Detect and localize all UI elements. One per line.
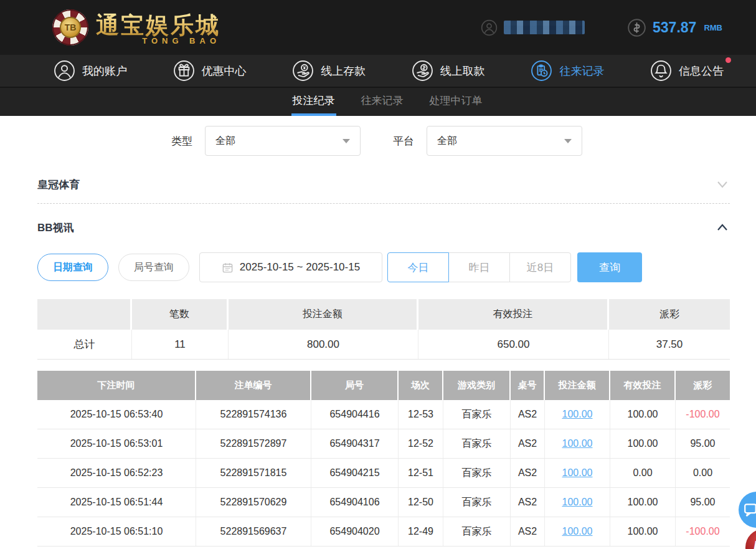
round-no: 654904106	[311, 488, 399, 517]
bet-amount-link[interactable]: 100.00	[562, 438, 593, 449]
deposit-icon	[292, 60, 314, 82]
summary-table: 笔数 投注金额 有效投注 派彩 总计 11 800.00 650.00 37.5…	[37, 299, 730, 360]
round-no: 654904317	[311, 429, 399, 458]
nav-item-records[interactable]: 往来记录	[531, 60, 604, 82]
game-type: 百家乐	[443, 400, 511, 429]
platform-select[interactable]: 全部	[427, 126, 582, 156]
chat-icon	[741, 500, 756, 519]
round-no: 654904416	[311, 400, 399, 429]
nav-item-announcements[interactable]: 信息公告	[650, 60, 724, 82]
bet-amount-link[interactable]: 100.00	[562, 497, 593, 508]
cs-logo-icon: b	[753, 538, 756, 549]
nav-item-promotions[interactable]: 优惠中心	[173, 60, 247, 82]
valid-bet: 100.00	[610, 400, 676, 429]
round-no: 654904215	[311, 459, 399, 487]
table-row: 2025-10-15 06:51:44 522891570629 6549041…	[37, 488, 730, 517]
col-round: 局号	[311, 371, 399, 400]
round-no: 654904020	[311, 517, 399, 546]
bet-records-table: 下注时间 注单编号 局号 场次 游戏类别 桌号 投注金额 有效投注 派彩 202…	[37, 371, 730, 547]
tab-bet-records[interactable]: 投注纪录	[291, 88, 336, 116]
username-masked	[504, 21, 585, 34]
bet-time: 2025-10-15 06:53:01	[37, 429, 196, 458]
bet-amount-link[interactable]: 100.00	[562, 526, 593, 537]
bet-time: 2025-10-15 06:51:10	[37, 517, 196, 546]
summary-payout: 37.50	[609, 330, 730, 359]
summary-header-payout: 派彩	[609, 299, 730, 330]
bet-time: 2025-10-15 06:53:40	[37, 400, 196, 429]
type-filter-label: 类型	[171, 134, 192, 148]
table-row: 2025-10-15 06:53:40 522891574136 6549044…	[37, 400, 730, 429]
col-bet-id: 注单编号	[196, 371, 311, 400]
bet-id: 522891569637	[196, 517, 311, 546]
table-no: AS2	[511, 400, 545, 429]
valid-bet: 100.00	[610, 429, 676, 458]
bet-amount-link[interactable]: 100.00	[562, 467, 593, 479]
valid-bet: 100.00	[610, 488, 676, 517]
summary-header-empty	[37, 299, 132, 330]
today-button[interactable]: 今日	[387, 252, 449, 282]
type-select-value: 全部	[215, 135, 235, 148]
session-no: 12-51	[399, 459, 443, 487]
section-crown-sports[interactable]: 皇冠体育	[37, 171, 730, 198]
nav-item-withdraw[interactable]: 线上取款	[412, 60, 485, 82]
logo-chip-label: TB	[60, 17, 81, 38]
logo-subtitle: TONG BAO	[142, 36, 220, 45]
bet-amount-link[interactable]: 100.00	[562, 409, 593, 420]
game-type: 百家乐	[443, 429, 511, 458]
nav-label: 优惠中心	[202, 64, 247, 79]
col-valid-bet: 有效投注	[610, 371, 676, 400]
payout-cell: 95.00	[676, 429, 730, 458]
main-nav: 我的账户 优惠中心 线上存款 线上取款	[0, 55, 756, 88]
session-no: 12-50	[399, 488, 443, 517]
tab-transaction-records[interactable]: 往来记录	[360, 88, 405, 116]
summary-header-valid-bet: 有效投注	[418, 299, 609, 330]
bet-id: 522891571815	[196, 459, 311, 487]
summary-count: 11	[132, 330, 229, 359]
record-tabs: 投注纪录 往来记录 处理中订单	[0, 88, 756, 116]
search-button[interactable]: 查询	[577, 252, 642, 282]
user-avatar-icon	[481, 19, 498, 36]
payout-cell: -100.00	[676, 517, 730, 546]
section-title: 皇冠体育	[37, 178, 80, 192]
round-query-button[interactable]: 局号查询	[118, 254, 189, 281]
filter-row: 类型 全部 平台 全部	[171, 126, 730, 156]
table-row: 2025-10-15 06:53:01 522891572897 6549043…	[37, 429, 730, 459]
nav-item-my-account[interactable]: 我的账户	[54, 60, 127, 82]
col-bet-amount: 投注金额	[545, 371, 610, 400]
nav-label: 我的账户	[82, 64, 127, 79]
summary-header-count: 笔数	[132, 299, 229, 330]
valid-bet: 100.00	[610, 517, 676, 546]
date-query-button[interactable]: 日期查询	[37, 254, 108, 281]
date-range-input[interactable]: 2025-10-15 ~ 2025-10-15	[199, 252, 382, 282]
user-account[interactable]	[481, 19, 585, 36]
col-bet-time: 下注时间	[37, 371, 196, 400]
top-header: TB 通宝娱乐城 TONG BAO 537.87 RMB	[0, 0, 756, 55]
col-session: 场次	[399, 371, 443, 400]
bell-icon	[650, 60, 672, 82]
logo-chip-icon: TB	[52, 9, 88, 45]
tab-pending-orders[interactable]: 处理中订单	[428, 88, 484, 116]
section-bb-live[interactable]: BB视讯	[37, 214, 730, 241]
gift-icon	[173, 60, 195, 82]
type-select[interactable]: 全部	[205, 126, 361, 156]
balance-currency: RMB	[704, 23, 722, 32]
balance-display: 537.87 RMB	[627, 18, 722, 37]
table-no: AS2	[511, 517, 545, 546]
session-no: 12-53	[399, 400, 443, 429]
chevron-up-icon	[715, 220, 730, 235]
nav-label: 往来记录	[559, 64, 604, 79]
nav-item-deposit[interactable]: 线上存款	[292, 60, 366, 82]
yesterday-button[interactable]: 昨日	[448, 252, 510, 282]
table-no: AS2	[511, 488, 545, 517]
table-row: 2025-10-15 06:51:10 522891569637 6549040…	[37, 517, 730, 547]
summary-header-row: 笔数 投注金额 有效投注 派彩	[37, 299, 730, 330]
chevron-down-icon	[715, 177, 730, 192]
summary-total-row: 总计 11 800.00 650.00 37.50	[37, 330, 730, 360]
game-type: 百家乐	[443, 517, 511, 546]
site-logo[interactable]: TB 通宝娱乐城 TONG BAO	[52, 9, 220, 45]
date-range-value: 2025-10-15 ~ 2025-10-15	[240, 261, 360, 274]
summary-bet-amount: 800.00	[229, 330, 418, 359]
records-icon	[531, 60, 552, 82]
quick-date-group: 今日 昨日 近8日	[387, 252, 571, 282]
last-8-days-button[interactable]: 近8日	[509, 252, 571, 282]
